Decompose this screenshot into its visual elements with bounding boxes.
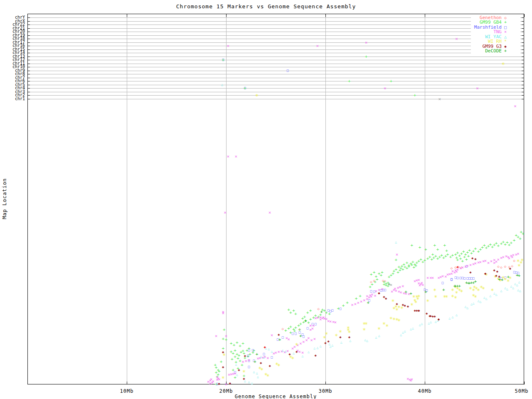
- triangle-open-legend-icon: △: [502, 34, 509, 39]
- legend-row-gm99-gb4: GM99 GB4+: [466, 20, 520, 25]
- legend-label: Genethon: [480, 15, 502, 20]
- plus-legend-icon: +: [502, 20, 509, 25]
- legend-row-marshfield: Marshfield□: [466, 25, 520, 30]
- legend-label: WI RH: [488, 39, 502, 44]
- legend-label: GM99 G3: [483, 44, 502, 49]
- legend-row-tng: TNG×: [466, 30, 520, 34]
- legend-label: DeCODE: [485, 49, 502, 53]
- chart-canvas: Chromosome 15 Markers vs Genome Sequence…: [0, 0, 532, 399]
- diamond-open-legend-icon: ◇: [502, 15, 509, 20]
- x-axis-label: Genome Sequence Assembly: [27, 394, 524, 399]
- legend-row-genethon: Genethon◇: [466, 15, 520, 20]
- legend-row-gm99-g3: GM99 G3◈: [466, 44, 520, 49]
- x-legend-icon: ×: [502, 30, 509, 34]
- legend-label: Marshfield: [474, 25, 502, 30]
- legend-label: GM99 GB4: [480, 20, 502, 25]
- plus-legend-icon: +: [502, 49, 509, 53]
- legend: Genethon◇GM99 GB4+Marshfield□TNG×WI YAC△…: [0, 0, 532, 399]
- square-open-legend-icon: □: [502, 25, 509, 30]
- legend-row-wi-yac: WI YAC△: [466, 34, 520, 39]
- legend-label: WI YAC: [485, 34, 502, 39]
- diamond-dot-legend-icon: ◈: [502, 44, 509, 49]
- star-legend-icon: *: [502, 39, 509, 44]
- legend-label: TNG: [493, 30, 502, 34]
- legend-row-decode: DeCODE+: [466, 49, 520, 53]
- legend-row-wi-rh: WI RH*: [466, 39, 520, 44]
